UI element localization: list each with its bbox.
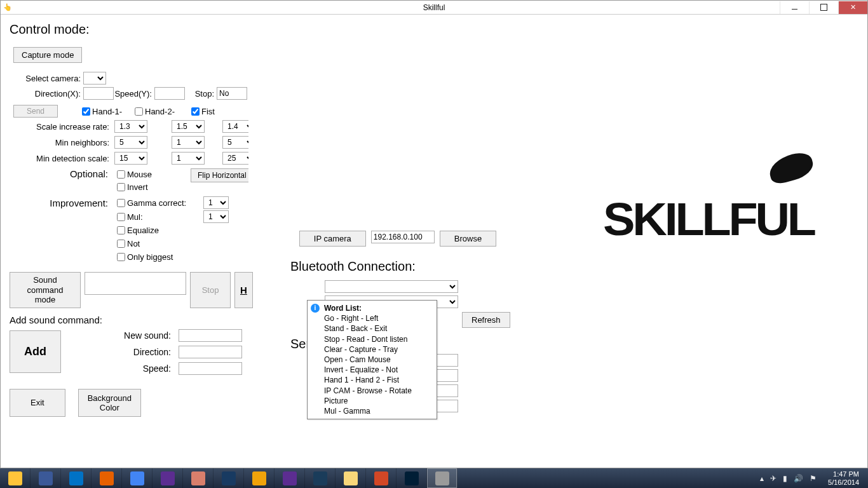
speed-y-label: Speed(Y): (114, 89, 152, 98)
gamma-checkbox[interactable] (117, 199, 125, 207)
tray-battery-icon[interactable]: ▮ (783, 474, 787, 483)
min-detect-select-2[interactable]: 1 (172, 152, 205, 165)
taskbar-app[interactable] (305, 468, 336, 488)
browse-button[interactable]: Browse (440, 231, 496, 247)
sound-direction-input[interactable] (179, 346, 242, 358)
taskbar-app[interactable] (244, 468, 275, 488)
sound-stop-button[interactable]: Stop (190, 272, 231, 308)
fist-checkbox[interactable] (191, 107, 200, 116)
sound-command-mode-button[interactable]: Sound command mode (10, 272, 81, 308)
background-color-button[interactable]: Background Color (78, 389, 141, 417)
capture-mode-button[interactable]: Capture mode (13, 47, 82, 63)
taskbar-photoshop[interactable] (397, 468, 427, 488)
hand1-checkbox[interactable] (82, 107, 90, 116)
tooltip-line: Stop - Read - Dont listen (324, 335, 407, 344)
tray-chevron-icon[interactable]: ▴ (760, 474, 764, 483)
tray-volume-icon[interactable]: 🔊 (794, 474, 803, 483)
min-neighbors-select-2[interactable]: 1 (172, 136, 205, 149)
only-biggest-checkbox[interactable] (117, 253, 125, 261)
camera-select[interactable] (83, 72, 106, 85)
gamma-label: Gamma correct: (127, 198, 186, 208)
tooltip-line: Clear - Capture - Tray (324, 345, 398, 354)
tooltip-title: Word List: (324, 304, 362, 313)
bluetooth-select-1[interactable] (325, 280, 458, 293)
taskbar-explorer[interactable] (336, 468, 366, 488)
mul-checkbox[interactable] (117, 213, 125, 221)
min-neighbors-label: Min neighbors: (10, 138, 112, 147)
taskbar-powerpoint[interactable] (366, 468, 397, 488)
scale-rate-label: Scale increase rate: (10, 122, 112, 132)
hand2-label: Hand-2- (145, 107, 175, 116)
new-sound-label: New sound: (104, 330, 171, 341)
tooltip-line: Mul - Gamma (324, 407, 370, 416)
taskbar-app[interactable] (153, 468, 183, 488)
tooltip-line: IP CAM - Browse - Rotate Picture (324, 386, 412, 405)
taskbar-facebook[interactable] (31, 468, 61, 488)
only-biggest-label: Only biggest (127, 252, 173, 262)
taskbar-chrome[interactable] (122, 468, 153, 488)
mouse-checkbox[interactable] (117, 170, 125, 179)
taskbar-skillful[interactable] (427, 468, 458, 488)
tray-airplane-icon[interactable]: ✈ (770, 474, 776, 483)
taskbar-visualstudio[interactable] (275, 468, 305, 488)
sound-command-input[interactable] (85, 272, 186, 295)
fist-label: Fist (201, 107, 215, 116)
close-button[interactable] (838, 1, 867, 14)
not-label: Not (127, 239, 140, 248)
taskbar-outlook[interactable] (61, 468, 92, 488)
send-button[interactable]: Send (13, 105, 58, 118)
min-detect-label: Min detection scale: (10, 154, 112, 163)
add-button[interactable]: Add (10, 330, 61, 373)
logo-text: SKILLFUL (603, 193, 814, 245)
minimize-button[interactable] (780, 1, 809, 14)
taskbar-virtualbox[interactable] (214, 468, 244, 488)
sound-speed-input[interactable] (179, 362, 242, 375)
clock-time: 1:47 PM (828, 470, 859, 478)
info-icon: i (311, 304, 320, 313)
taskbar-app[interactable] (183, 468, 214, 488)
min-detect-select-1[interactable]: 15 (114, 152, 147, 165)
equalize-checkbox[interactable] (117, 226, 125, 234)
titlebar: 👆 Skillful (1, 1, 867, 15)
window-title: Skillful (423, 3, 445, 12)
maximize-button[interactable] (809, 1, 838, 14)
mouse-label: Mouse (127, 170, 152, 179)
control-mode-heading: Control mode: (10, 22, 276, 37)
scale-rate-select-2[interactable]: 1.5 (172, 120, 205, 133)
tray-flag-icon[interactable]: ⚑ (810, 474, 817, 483)
bluetooth-refresh-button[interactable]: Refresh (462, 312, 510, 328)
min-neighbors-select-1[interactable]: 5 (114, 136, 147, 149)
speed-y-input[interactable] (154, 87, 185, 100)
taskbar-firefox[interactable] (92, 468, 122, 488)
ip-address-input[interactable] (371, 231, 435, 243)
mul-label: Mul: (127, 212, 143, 222)
mul-select[interactable]: 1 (203, 210, 229, 223)
tooltip-line: Invert - Equalize - Not (324, 365, 398, 374)
exit-button[interactable]: Exit (10, 389, 65, 417)
tooltip-line: Hand 1 - Hand 2 - Fist (324, 376, 399, 384)
hand2-checkbox[interactable] (135, 107, 143, 116)
stop-input[interactable] (217, 87, 247, 100)
hand1-label: Hand-1- (92, 107, 122, 116)
taskbar: ▴ ✈ ▮ 🔊 ⚑ 1:47 PM 5/16/2014 (0, 468, 868, 488)
sound-direction-label: Direction: (104, 347, 171, 357)
new-sound-input[interactable] (179, 329, 242, 342)
scale-rate-select-1[interactable]: 1.3 (114, 120, 147, 133)
camera-preview (248, 29, 541, 226)
invert-checkbox[interactable] (117, 183, 125, 191)
optional-label: Optional: (10, 168, 112, 179)
not-checkbox[interactable] (117, 240, 125, 248)
word-list-tooltip: i Word List: Go - Right - Left Stand - B… (307, 300, 437, 419)
gamma-select[interactable]: 1 (203, 196, 229, 209)
taskbar-start[interactable] (0, 468, 31, 488)
ip-camera-button[interactable]: IP camera (299, 231, 366, 247)
direction-x-input[interactable] (83, 87, 114, 100)
system-tray[interactable]: ▴ ✈ ▮ 🔊 ⚑ 1:47 PM 5/16/2014 (756, 469, 868, 487)
tooltip-line: Stand - Back - Exit (324, 324, 387, 333)
app-icon: 👆 (1, 3, 15, 11)
sound-speed-label: Speed: (104, 363, 171, 374)
invert-label: Invert (127, 182, 148, 192)
taskbar-clock[interactable]: 1:47 PM 5/16/2014 (823, 469, 864, 487)
equalize-label: Equalize (127, 226, 159, 235)
flip-horizontal-button[interactable]: Flip Horizontal (191, 168, 254, 182)
